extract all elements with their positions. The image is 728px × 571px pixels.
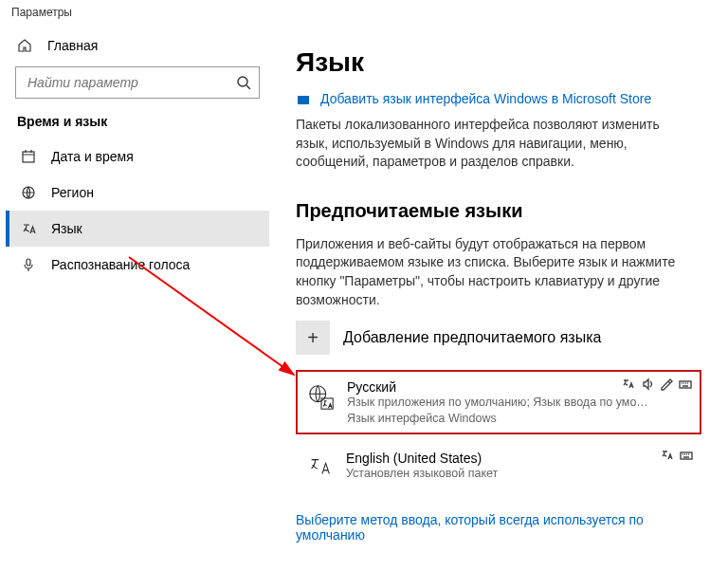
language-sub2: Язык интерфейса Windows [347, 412, 650, 425]
store-link-label: Добавить язык интерфейса Windows в Micro… [320, 91, 651, 106]
store-icon [296, 91, 311, 106]
language-badge-icon [306, 454, 335, 483]
display-lang-icon [622, 378, 635, 391]
plus-icon: + [296, 321, 330, 355]
intro-text: Пакеты локализованного интерфейса позвол… [296, 116, 694, 172]
calendar-icon [21, 149, 36, 164]
svg-rect-4 [298, 96, 309, 104]
language-name: English (United States) [346, 451, 498, 466]
sidebar-item-label: Дата и время [51, 149, 134, 164]
language-sub: Установлен языковой пакет [346, 466, 498, 483]
language-item-russian[interactable]: Русский Язык приложения по умолчанию; Яз… [296, 370, 701, 434]
svg-rect-3 [27, 259, 30, 266]
store-link[interactable]: Добавить язык интерфейса Windows в Micro… [296, 91, 701, 106]
svg-point-0 [238, 77, 247, 86]
sidebar-item-label: Регион [51, 185, 94, 200]
svg-rect-1 [23, 152, 34, 162]
language-icon [21, 221, 36, 236]
language-item-english[interactable]: English (United States) Установлен языко… [296, 442, 701, 491]
language-badge-icon [307, 383, 336, 412]
preferred-desc: Приложения и веб-сайты будут отображатьс… [296, 235, 694, 309]
keyboard-icon [679, 378, 692, 391]
add-language-button[interactable]: + Добавление предпочитаемого языка [296, 317, 701, 359]
home-icon [17, 38, 32, 53]
display-lang-icon [661, 449, 674, 462]
language-sub: Язык приложения по умолчанию; Язык ввода… [347, 395, 650, 412]
svg-rect-8 [681, 452, 692, 459]
svg-rect-7 [680, 381, 691, 388]
sidebar-item-speech[interactable]: Распознавание голоса [6, 247, 269, 283]
default-input-link[interactable]: Выберите метод ввода, который всегда исп… [296, 512, 694, 543]
language-feature-badges [622, 378, 692, 391]
page-title: Язык [296, 47, 701, 78]
add-language-label: Добавление предпочитаемого языка [343, 329, 601, 346]
preferred-heading: Предпочитаемые языки [296, 200, 701, 222]
sidebar: Главная Время и язык Дата и время Регион… [0, 30, 275, 571]
window-title: Параметры [0, 0, 728, 30]
keyboard-icon [680, 449, 693, 462]
sidebar-item-label: Язык [51, 221, 82, 236]
sidebar-item-region[interactable]: Регион [6, 175, 269, 211]
sidebar-section-title: Время и язык [6, 114, 269, 138]
sidebar-item-language[interactable]: Язык [6, 211, 269, 247]
sidebar-item-label: Распознавание голоса [51, 257, 190, 272]
microphone-icon [21, 257, 36, 272]
sidebar-home-label: Главная [47, 38, 98, 53]
sidebar-home[interactable]: Главная [6, 30, 269, 61]
language-name: Русский [347, 379, 650, 395]
search-input-wrap[interactable] [15, 66, 260, 99]
language-feature-badges [661, 449, 693, 462]
handwriting-icon [660, 378, 673, 391]
search-input[interactable] [26, 74, 236, 91]
search-icon [236, 75, 251, 90]
main-content: Язык Добавить язык интерфейса Windows в … [275, 30, 728, 571]
tts-icon [641, 378, 654, 391]
globe-icon [21, 185, 36, 200]
sidebar-item-date-time[interactable]: Дата и время [6, 138, 269, 175]
